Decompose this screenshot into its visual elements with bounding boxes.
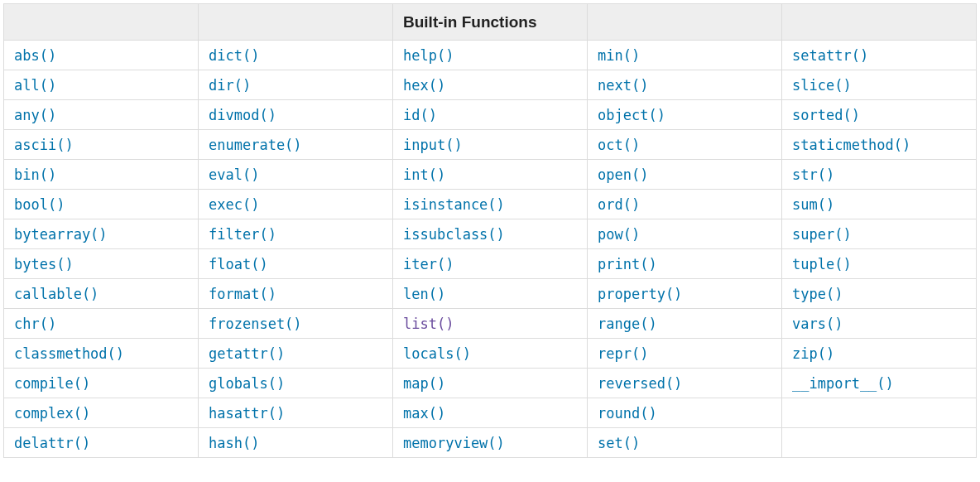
function-link[interactable]: getattr() [209,345,285,362]
function-link[interactable]: help() [403,47,454,64]
function-link[interactable]: any() [14,107,56,123]
table-row: chr() frozenset() list() range() vars() [4,309,977,339]
function-link[interactable]: hex() [403,77,445,94]
table-row: complex() hasattr() max() round() [4,398,977,428]
function-link[interactable]: enumerate() [209,137,302,153]
function-link[interactable]: frozenset() [209,316,302,332]
function-link[interactable]: memoryview() [403,435,505,451]
function-link[interactable]: ord() [598,196,640,213]
function-link[interactable]: range() [598,316,657,332]
function-link[interactable]: issubclass() [403,226,505,243]
function-link[interactable]: compile() [14,375,90,392]
function-link[interactable]: ascii() [14,137,74,153]
function-link[interactable]: vars() [792,316,843,332]
function-link[interactable]: complex() [14,405,90,422]
table-row: abs() dict() help() min() setattr() [4,41,977,70]
function-link[interactable]: bytes() [14,256,74,272]
function-link[interactable]: dir() [209,77,251,94]
table-row: compile() globals() map() reversed() __i… [4,369,977,398]
empty-cell [782,398,977,428]
function-link[interactable]: all() [14,77,56,94]
function-link[interactable]: zip() [792,345,834,362]
table-row: any() divmod() id() object() sorted() [4,100,977,130]
function-link[interactable]: open() [598,166,648,183]
function-link[interactable]: bytearray() [14,226,108,243]
table-row: delattr() hash() memoryview() set() [4,428,977,458]
function-link[interactable]: eval() [209,166,259,183]
function-link[interactable]: type() [792,286,843,302]
function-link[interactable]: int() [403,166,445,183]
function-link[interactable]: list() [403,316,454,332]
function-link[interactable]: slice() [792,77,852,94]
function-link[interactable]: property() [598,286,682,302]
function-link[interactable]: print() [598,256,657,272]
table-row: ascii() enumerate() input() oct() static… [4,130,977,160]
function-link[interactable]: float() [209,256,268,272]
table-header-cell [588,4,782,41]
table-row: classmethod() getattr() locals() repr() … [4,339,977,369]
function-link[interactable]: abs() [14,47,56,64]
table-header-row: Built-in Functions [4,4,977,41]
function-link[interactable]: sorted() [792,107,860,123]
function-link[interactable]: max() [403,405,445,422]
function-link[interactable]: reversed() [598,375,682,392]
function-link[interactable]: pow() [598,226,640,243]
function-link[interactable]: hash() [209,435,259,451]
function-link[interactable]: super() [792,226,852,243]
table-header-cell: Built-in Functions [393,4,588,41]
function-link[interactable]: classmethod() [14,345,124,362]
table-header-cell [4,4,199,41]
function-link[interactable]: len() [403,286,445,302]
table-row: bytes() float() iter() print() tuple() [4,249,977,279]
function-link[interactable]: filter() [209,226,276,243]
function-link[interactable]: exec() [209,196,259,213]
function-link[interactable]: next() [598,77,648,94]
function-link[interactable]: chr() [14,316,56,332]
function-link[interactable]: globals() [209,375,285,392]
table-header-cell [199,4,393,41]
table-row: bin() eval() int() open() str() [4,160,977,190]
function-link[interactable]: divmod() [209,107,276,123]
function-link[interactable]: bool() [14,196,65,213]
table-row: callable() format() len() property() typ… [4,279,977,309]
function-link[interactable]: callable() [14,286,98,302]
function-link[interactable]: iter() [403,256,454,272]
table-row: all() dir() hex() next() slice() [4,70,977,100]
function-link[interactable]: tuple() [792,256,852,272]
function-link[interactable]: staticmethod() [792,137,910,153]
function-link[interactable]: str() [792,166,834,183]
function-link[interactable]: dict() [209,47,259,64]
function-link[interactable]: bin() [14,166,56,183]
table-header-cell [782,4,977,41]
function-link[interactable]: set() [598,435,640,451]
function-link[interactable]: input() [403,137,463,153]
function-link[interactable]: oct() [598,137,640,153]
builtin-functions-table: Built-in Functions abs() dict() help() m… [3,3,977,458]
function-link[interactable]: repr() [598,345,648,362]
function-link[interactable]: delattr() [14,435,90,451]
function-link[interactable]: round() [598,405,657,422]
table-row: bytearray() filter() issubclass() pow() … [4,219,977,249]
table-body: abs() dict() help() min() setattr() all(… [4,41,977,458]
empty-cell [782,428,977,458]
function-link[interactable]: format() [209,286,276,302]
function-link[interactable]: setattr() [792,47,868,64]
function-link[interactable]: map() [403,375,445,392]
table-row: bool() exec() isinstance() ord() sum() [4,190,977,219]
function-link[interactable]: sum() [792,196,834,213]
function-link[interactable]: __import__() [792,375,894,392]
function-link[interactable]: hasattr() [209,405,285,422]
function-link[interactable]: object() [598,107,665,123]
function-link[interactable]: isinstance() [403,196,505,213]
function-link[interactable]: locals() [403,345,471,362]
function-link[interactable]: min() [598,47,640,64]
function-link[interactable]: id() [403,107,437,123]
